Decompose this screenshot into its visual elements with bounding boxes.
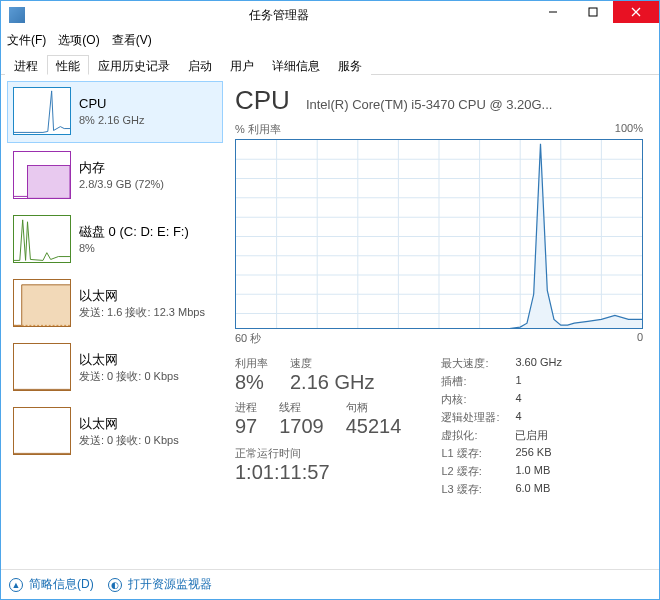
tab-users[interactable]: 用户	[221, 55, 263, 75]
tab-processes[interactable]: 进程	[5, 55, 47, 75]
window-buttons	[533, 1, 659, 29]
handle-label: 句柄	[346, 400, 402, 415]
resource-monitor-icon: ◐	[108, 578, 122, 592]
sidebar-item-ethernet-1[interactable]: 以太网 发送: 1.6 接收: 12.3 Mbps	[7, 273, 223, 335]
chart-x-left: 60 秒	[235, 331, 261, 346]
sidebar-item-label: 磁盘 0 (C: D: E: F:)	[79, 223, 189, 241]
cpu-chart[interactable]	[235, 139, 643, 329]
logical-label: 逻辑处理器:	[441, 410, 499, 425]
uptime-label: 正常运行时间	[235, 446, 401, 461]
sidebar-item-ethernet-3[interactable]: 以太网 发送: 0 接收: 0 Kbps	[7, 401, 223, 463]
l2-label: L2 缓存:	[441, 464, 499, 479]
uptime-value: 1:01:11:57	[235, 461, 401, 484]
footer: ▲ 简略信息(D) ◐ 打开资源监视器	[1, 569, 659, 599]
sidebar-item-stat: 8%	[79, 241, 189, 256]
ethernet-thumbnail	[13, 279, 71, 327]
sidebar-item-stat: 发送: 1.6 接收: 12.3 Mbps	[79, 305, 205, 320]
speed-label: 速度	[290, 356, 374, 371]
sidebar-item-stat: 8% 2.16 GHz	[79, 113, 144, 128]
sidebar-item-stat: 发送: 0 接收: 0 Kbps	[79, 369, 179, 384]
sidebar-item-label: 以太网	[79, 351, 179, 369]
memory-thumbnail	[13, 151, 71, 199]
sidebar-item-label: 以太网	[79, 415, 179, 433]
menu-file[interactable]: 文件(F)	[7, 32, 46, 49]
util-value: 8%	[235, 371, 268, 394]
maximize-button[interactable]	[573, 1, 613, 23]
detail-pane: CPU Intel(R) Core(TM) i5-3470 CPU @ 3.20…	[223, 75, 659, 569]
chart-x-right: 0	[637, 331, 643, 346]
content: CPU 8% 2.16 GHz 内存 2.8/3.9 GB (72%)	[1, 75, 659, 569]
l2-value: 1.0 MB	[515, 464, 561, 479]
chart-y-label: % 利用率	[235, 122, 281, 137]
resource-monitor-link[interactable]: ◐ 打开资源监视器	[108, 576, 212, 593]
virt-value: 已启用	[515, 428, 561, 443]
thread-label: 线程	[279, 400, 324, 415]
performance-sidebar: CPU 8% 2.16 GHz 内存 2.8/3.9 GB (72%)	[1, 75, 223, 569]
svg-rect-5	[22, 285, 70, 327]
tab-app-history[interactable]: 应用历史记录	[89, 55, 179, 75]
fewer-details-link[interactable]: ▲ 简略信息(D)	[9, 576, 94, 593]
tab-performance[interactable]: 性能	[47, 55, 89, 75]
menu-options[interactable]: 选项(O)	[58, 32, 99, 49]
l3-label: L3 缓存:	[441, 482, 499, 497]
stats-panel: 利用率 8% 速度 2.16 GHz 进程 97	[235, 356, 643, 497]
close-button[interactable]	[613, 1, 659, 23]
titlebar[interactable]: 任务管理器	[1, 1, 659, 29]
sidebar-item-stat: 2.8/3.9 GB (72%)	[79, 177, 164, 192]
ethernet-thumbnail	[13, 407, 71, 455]
proc-value: 97	[235, 415, 257, 438]
sidebar-item-cpu[interactable]: CPU 8% 2.16 GHz	[7, 81, 223, 143]
maxspeed-value: 3.60 GHz	[515, 356, 561, 371]
svg-rect-1	[589, 8, 597, 16]
util-label: 利用率	[235, 356, 268, 371]
window-title: 任务管理器	[25, 7, 533, 24]
sidebar-item-disk[interactable]: 磁盘 0 (C: D: E: F:) 8%	[7, 209, 223, 271]
tab-services[interactable]: 服务	[329, 55, 371, 75]
menubar: 文件(F) 选项(O) 查看(V)	[1, 29, 659, 51]
l3-value: 6.0 MB	[515, 482, 561, 497]
detail-subtitle: Intel(R) Core(TM) i5-3470 CPU @ 3.20G...	[306, 97, 553, 112]
chevron-up-icon: ▲	[9, 578, 23, 592]
cpu-thumbnail	[13, 87, 71, 135]
detail-title: CPU	[235, 85, 290, 116]
cores-value: 4	[515, 392, 561, 407]
app-icon	[9, 7, 25, 23]
l1-value: 256 KB	[515, 446, 561, 461]
sidebar-item-memory[interactable]: 内存 2.8/3.9 GB (72%)	[7, 145, 223, 207]
task-manager-window: 任务管理器 文件(F) 选项(O) 查看(V) 进程 性能 应用历史记录 启动 …	[0, 0, 660, 600]
ethernet-thumbnail	[13, 343, 71, 391]
virt-label: 虚拟化:	[441, 428, 499, 443]
logical-value: 4	[515, 410, 561, 425]
handle-value: 45214	[346, 415, 402, 438]
sidebar-item-label: 以太网	[79, 287, 205, 305]
sidebar-item-stat: 发送: 0 接收: 0 Kbps	[79, 433, 179, 448]
menu-view[interactable]: 查看(V)	[112, 32, 152, 49]
disk-thumbnail	[13, 215, 71, 263]
sidebar-item-ethernet-2[interactable]: 以太网 发送: 0 接收: 0 Kbps	[7, 337, 223, 399]
l1-label: L1 缓存:	[441, 446, 499, 461]
svg-marker-27	[236, 144, 642, 329]
sockets-label: 插槽:	[441, 374, 499, 389]
speed-value: 2.16 GHz	[290, 371, 374, 394]
svg-rect-4	[28, 166, 70, 199]
minimize-button[interactable]	[533, 1, 573, 23]
thread-value: 1709	[279, 415, 324, 438]
sockets-value: 1	[515, 374, 561, 389]
sidebar-item-label: CPU	[79, 95, 144, 113]
tab-startup[interactable]: 启动	[179, 55, 221, 75]
sidebar-item-label: 内存	[79, 159, 164, 177]
proc-label: 进程	[235, 400, 257, 415]
tab-strip: 进程 性能 应用历史记录 启动 用户 详细信息 服务	[1, 51, 659, 75]
tab-details[interactable]: 详细信息	[263, 55, 329, 75]
cores-label: 内核:	[441, 392, 499, 407]
maxspeed-label: 最大速度:	[441, 356, 499, 371]
chart-y-max: 100%	[615, 122, 643, 137]
